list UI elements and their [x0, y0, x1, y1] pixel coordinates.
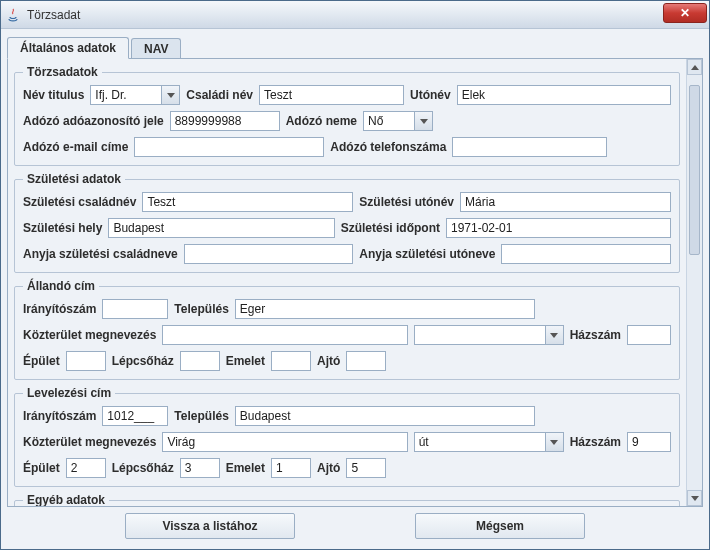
label-nev-titulus: Név titulus — [23, 88, 84, 102]
group-egyeb: Egyéb adatok Ügyintéző neve Ügyintéző te… — [14, 493, 680, 506]
szul-hely-input[interactable] — [108, 218, 334, 238]
label-anyja-csaladneve: Anyja születési családneve — [23, 247, 178, 261]
group-allando: Állandó cím Irányítószám Település Közte… — [14, 279, 680, 380]
label-allando-telepules: Település — [174, 302, 228, 316]
adozo-tel-input[interactable] — [452, 137, 607, 157]
szul-utonev-input[interactable] — [460, 192, 671, 212]
cancel-button[interactable]: Mégsem — [415, 513, 585, 539]
chevron-down-icon — [420, 119, 428, 124]
scroll-track[interactable] — [687, 75, 702, 490]
chevron-up-icon — [691, 65, 699, 70]
label-allando-irsz: Irányítószám — [23, 302, 96, 316]
allando-emelet-input[interactable] — [271, 351, 311, 371]
scroll-up-button[interactable] — [687, 59, 702, 75]
group-torzsadatok-legend: Törzsadatok — [23, 65, 102, 79]
adozo-neme-combo[interactable] — [363, 111, 433, 131]
close-button[interactable]: ✕ — [663, 3, 707, 23]
allando-kozterulet-nev-input[interactable] — [162, 325, 407, 345]
allando-irsz-input[interactable] — [102, 299, 168, 319]
label-szul-csaladnev: Születési családnév — [23, 195, 136, 209]
anyja-utoneve-input[interactable] — [501, 244, 671, 264]
back-to-list-button[interactable]: Vissza a listához — [125, 513, 295, 539]
adozo-neme-dropdown-button[interactable] — [414, 112, 432, 130]
label-szul-idopont: Születési időpont — [341, 221, 440, 235]
titlebar: Törzsadat ✕ — [1, 1, 709, 29]
java-icon — [5, 7, 21, 23]
label-allando-kozterulet: Közterület megnevezés — [23, 328, 156, 342]
group-szuletesi: Születési adatok Születési családnév Szü… — [14, 172, 680, 273]
label-utonev: Utónév — [410, 88, 451, 102]
allando-lepcsohaz-input[interactable] — [180, 351, 220, 371]
allando-kozterulet-tipus-dropdown-button[interactable] — [545, 326, 563, 344]
nev-titulus-combo[interactable] — [90, 85, 180, 105]
utonev-input[interactable] — [457, 85, 671, 105]
adoazonosito-input[interactable] — [170, 111, 280, 131]
label-lev-hazszam: Házszám — [570, 435, 621, 449]
label-allando-lepcsohaz: Lépcsőház — [112, 354, 174, 368]
tab-strip: Általános adatok NAV — [7, 35, 703, 59]
label-adozo-email: Adózó e-mail címe — [23, 140, 128, 154]
scroll-down-button[interactable] — [687, 490, 702, 506]
label-szul-hely: Születési hely — [23, 221, 102, 235]
tab-page: Törzsadatok Név titulus Családi név Utón… — [7, 58, 703, 507]
nev-titulus-dropdown-button[interactable] — [161, 86, 179, 104]
label-allando-ajto: Ajtó — [317, 354, 340, 368]
group-szuletesi-legend: Születési adatok — [23, 172, 125, 186]
button-bar: Vissza a listához Mégsem — [7, 507, 703, 543]
allando-epulet-input[interactable] — [66, 351, 106, 371]
scroll-thumb[interactable] — [689, 85, 700, 255]
tab-nav[interactable]: NAV — [131, 38, 181, 59]
label-adozo-neme: Adózó neme — [286, 114, 357, 128]
label-lev-telepules: Település — [174, 409, 228, 423]
lev-lepcsohaz-input[interactable] — [180, 458, 220, 478]
label-allando-emelet: Emelet — [226, 354, 265, 368]
window-title: Törzsadat — [27, 8, 80, 22]
label-allando-epulet: Épület — [23, 354, 60, 368]
chevron-down-icon — [691, 496, 699, 501]
adozo-email-input[interactable] — [134, 137, 324, 157]
tab-general-label: Általános adatok — [20, 41, 116, 55]
tab-general[interactable]: Általános adatok — [7, 37, 129, 59]
label-allando-hazszam: Házszám — [570, 328, 621, 342]
allando-hazszam-input[interactable] — [627, 325, 671, 345]
lev-kozterulet-tipus-dropdown-button[interactable] — [545, 433, 563, 451]
group-levelezesi-legend: Levelezési cím — [23, 386, 115, 400]
csaladi-nev-input[interactable] — [259, 85, 404, 105]
label-lev-kozterulet: Közterület megnevezés — [23, 435, 156, 449]
label-lev-emelet: Emelet — [226, 461, 265, 475]
label-szul-utonev: Születési utónév — [359, 195, 454, 209]
lev-ajto-input[interactable] — [346, 458, 386, 478]
chevron-down-icon — [550, 333, 558, 338]
lev-hazszam-input[interactable] — [627, 432, 671, 452]
close-icon: ✕ — [680, 7, 690, 19]
label-lev-ajto: Ajtó — [317, 461, 340, 475]
chevron-down-icon — [550, 440, 558, 445]
allando-ajto-input[interactable] — [346, 351, 386, 371]
szul-csaladnev-input[interactable] — [142, 192, 353, 212]
lev-kozterulet-tipus-input[interactable] — [414, 432, 564, 452]
label-anyja-utoneve: Anyja születési utóneve — [359, 247, 495, 261]
lev-irsz-input[interactable] — [102, 406, 168, 426]
label-csaladi-nev: Családi név — [186, 88, 253, 102]
lev-telepules-input[interactable] — [235, 406, 535, 426]
lev-emelet-input[interactable] — [271, 458, 311, 478]
window-frame: Törzsadat ✕ Általános adatok NAV Törzsad… — [0, 0, 710, 550]
allando-kozterulet-tipus-combo[interactable] — [414, 325, 564, 345]
chevron-down-icon — [167, 93, 175, 98]
form-area: Törzsadatok Név titulus Családi név Utón… — [8, 59, 686, 506]
allando-telepules-input[interactable] — [235, 299, 535, 319]
lev-kozterulet-tipus-combo[interactable] — [414, 432, 564, 452]
allando-kozterulet-tipus-input[interactable] — [414, 325, 564, 345]
lev-kozterulet-nev-input[interactable] — [162, 432, 407, 452]
szul-idopont-input[interactable] — [446, 218, 671, 238]
anyja-csaladneve-input[interactable] — [184, 244, 354, 264]
lev-epulet-input[interactable] — [66, 458, 106, 478]
group-torzsadatok: Törzsadatok Név titulus Családi név Utón… — [14, 65, 680, 166]
group-levelezesi: Levelezési cím Irányítószám Település Kö… — [14, 386, 680, 487]
label-lev-irsz: Irányítószám — [23, 409, 96, 423]
tab-nav-label: NAV — [144, 42, 168, 56]
back-to-list-label: Vissza a listához — [162, 519, 257, 533]
label-lev-lepcsohaz: Lépcsőház — [112, 461, 174, 475]
group-egyeb-legend: Egyéb adatok — [23, 493, 109, 506]
vertical-scrollbar[interactable] — [686, 59, 702, 506]
